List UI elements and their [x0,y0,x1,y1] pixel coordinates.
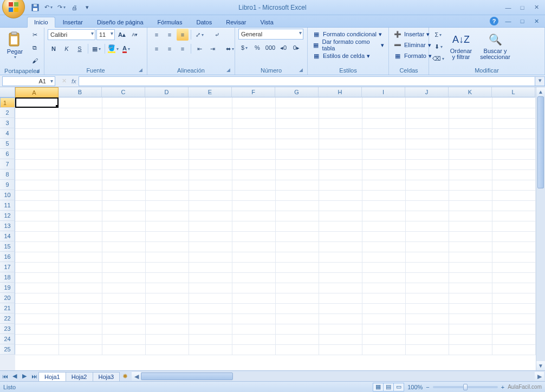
cell[interactable] [102,252,145,262]
cell[interactable] [449,313,492,324]
cell[interactable] [102,169,145,180]
cell[interactable] [59,169,102,180]
cell[interactable] [449,169,492,180]
cell[interactable] [102,334,145,344]
cell[interactable] [275,200,319,211]
row-header[interactable]: 5 [0,139,15,149]
cell[interactable] [145,313,189,324]
cell[interactable] [275,159,319,169]
cell[interactable] [405,344,449,355]
column-header[interactable]: K [449,87,492,97]
cell[interactable] [275,262,319,272]
cell[interactable] [492,97,535,108]
cell[interactable] [15,200,59,211]
cell[interactable] [275,139,319,149]
bold-icon[interactable]: N [48,43,60,55]
cell[interactable] [362,180,405,190]
cell[interactable] [189,303,232,313]
cell[interactable] [449,272,492,283]
cell[interactable] [189,262,232,272]
cell[interactable] [362,303,405,313]
cell[interactable] [189,139,232,149]
cell[interactable] [405,128,449,139]
row-header[interactable]: 17 [0,262,15,272]
cell[interactable] [59,252,102,262]
cell[interactable] [189,200,232,211]
cell[interactable] [145,108,189,118]
cell[interactable] [59,211,102,221]
font-color-icon[interactable]: A [120,43,132,55]
cell[interactable] [15,221,59,231]
cell[interactable] [492,118,535,128]
cell[interactable] [275,118,319,128]
cell[interactable] [59,272,102,283]
cell[interactable] [189,324,232,334]
cell[interactable] [145,128,189,139]
cell[interactable] [232,169,275,180]
cancel-formula-icon[interactable]: ✕ [57,76,70,86]
minimize-icon[interactable]: — [504,3,512,12]
tab-vista[interactable]: Vista [254,17,280,27]
cell[interactable] [59,262,102,272]
cell[interactable] [102,180,145,190]
format-as-table-button[interactable]: ▦Dar formato como tabla ▾ [311,40,385,50]
restore-icon[interactable]: □ [518,3,527,12]
row-header[interactable]: 22 [0,313,15,324]
format-painter-icon[interactable]: 🖌 [29,55,41,67]
clipboard-launcher-icon[interactable]: ◢ [34,68,41,74]
row-header[interactable]: 21 [0,303,15,313]
cell[interactable] [232,334,275,344]
cell[interactable] [15,303,59,313]
cell[interactable] [492,128,535,139]
sheet-tab-1[interactable]: Hoja1 [38,372,66,381]
cell[interactable] [145,324,189,334]
italic-icon[interactable]: K [61,43,73,55]
fill-icon[interactable]: ⬇ [432,41,444,53]
cell[interactable] [449,344,492,355]
cell[interactable] [275,97,319,108]
cell[interactable] [232,180,275,190]
cell[interactable] [449,283,492,293]
cell[interactable] [145,139,189,149]
cell[interactable] [319,344,362,355]
cell[interactable] [449,252,492,262]
cell[interactable] [405,293,449,303]
undo-icon[interactable]: ↶ [43,3,53,12]
expand-formula-icon[interactable]: ▾ [535,76,545,86]
cell[interactable] [275,324,319,334]
cell[interactable] [59,190,102,200]
column-header[interactable]: J [405,87,449,97]
cell[interactable] [232,190,275,200]
sort-filter-button[interactable]: A↓Z Ordenar y filtrar [446,29,476,60]
cell[interactable] [405,190,449,200]
fill-color-icon[interactable]: 🪣 [107,43,119,55]
cell[interactable] [59,180,102,190]
cell[interactable] [102,283,145,293]
column-header[interactable]: B [59,87,102,97]
cell[interactable] [145,241,189,252]
conditional-format-button[interactable]: ▦Formato condicional ▾ [311,29,383,40]
cell[interactable] [145,190,189,200]
cell[interactable] [15,344,59,355]
cell[interactable] [232,293,275,303]
cell[interactable] [449,211,492,221]
cell[interactable] [275,241,319,252]
cell[interactable] [492,108,535,118]
cell[interactable] [362,344,405,355]
font-family-select[interactable] [48,29,95,40]
cell[interactable] [145,221,189,231]
cell[interactable] [232,241,275,252]
tab-datos[interactable]: Datos [190,17,218,27]
cut-icon[interactable]: ✂ [29,29,41,41]
cell[interactable] [102,231,145,241]
align-right-icon[interactable]: ≡ [177,43,189,55]
insert-cells-button[interactable]: ➕Insertar ▾ [392,29,431,40]
cell[interactable] [492,283,535,293]
cell[interactable] [59,108,102,118]
row-header[interactable]: 24 [0,334,15,344]
cell[interactable] [145,169,189,180]
zoom-level[interactable]: 100% [407,384,423,390]
cell[interactable] [232,200,275,211]
cell[interactable] [449,221,492,231]
cell[interactable] [275,334,319,344]
